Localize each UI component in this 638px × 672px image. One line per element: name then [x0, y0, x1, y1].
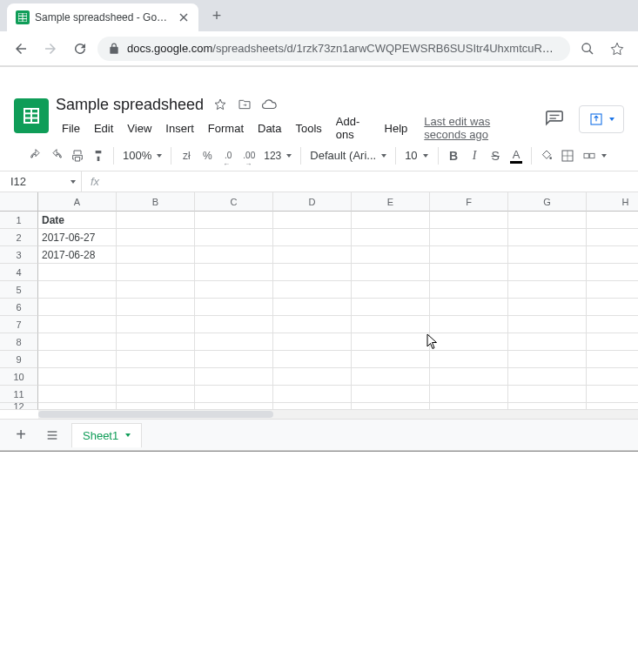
- row-header[interactable]: 5: [0, 281, 38, 299]
- cell[interactable]: [195, 229, 273, 246]
- formula-input[interactable]: [108, 171, 638, 192]
- add-sheet-button[interactable]: +: [9, 423, 33, 447]
- cell[interactable]: [508, 403, 587, 410]
- undo-button[interactable]: [26, 145, 45, 166]
- cell[interactable]: [195, 351, 273, 368]
- cell[interactable]: [352, 316, 430, 333]
- cell[interactable]: [430, 229, 508, 246]
- cell[interactable]: [117, 351, 195, 368]
- name-box[interactable]: I12: [0, 171, 82, 192]
- cell[interactable]: [352, 368, 430, 386]
- column-header[interactable]: E: [352, 192, 430, 212]
- all-sheets-button[interactable]: [40, 423, 64, 447]
- number-format-combo[interactable]: 123: [260, 145, 295, 166]
- percent-button[interactable]: %: [198, 145, 217, 166]
- cell[interactable]: [117, 281, 195, 299]
- cell[interactable]: [117, 299, 195, 316]
- cell[interactable]: [117, 316, 195, 333]
- cell[interactable]: [38, 316, 117, 333]
- cell[interactable]: [195, 403, 273, 410]
- menu-help[interactable]: Help: [379, 119, 414, 138]
- cell[interactable]: [508, 229, 587, 246]
- cell[interactable]: [38, 264, 117, 281]
- cell[interactable]: [195, 333, 273, 351]
- cell[interactable]: [273, 386, 352, 403]
- cell[interactable]: [430, 333, 508, 351]
- menu-tools[interactable]: Tools: [289, 119, 327, 138]
- share-button[interactable]: [579, 105, 624, 133]
- cell[interactable]: [430, 246, 508, 264]
- row-header[interactable]: 2: [0, 229, 38, 246]
- cell[interactable]: [587, 229, 638, 246]
- cell[interactable]: [352, 403, 430, 410]
- cell[interactable]: [273, 299, 352, 316]
- row-header[interactable]: 4: [0, 264, 38, 281]
- decrease-decimal-button[interactable]: .0←: [218, 145, 238, 166]
- cell[interactable]: [195, 386, 273, 403]
- cell[interactable]: [352, 281, 430, 299]
- cell[interactable]: [38, 368, 117, 386]
- cell[interactable]: [117, 264, 195, 281]
- cell[interactable]: [587, 316, 638, 333]
- cell[interactable]: [587, 281, 638, 299]
- cell[interactable]: [38, 351, 117, 368]
- cloud-icon[interactable]: [261, 97, 277, 112]
- doc-title[interactable]: Sample spreadsheed: [56, 96, 204, 114]
- cell[interactable]: [352, 264, 430, 281]
- cell[interactable]: [273, 229, 352, 246]
- row-header[interactable]: 9: [0, 351, 38, 368]
- cell[interactable]: [117, 368, 195, 386]
- cell[interactable]: [430, 403, 508, 410]
- select-all-corner[interactable]: [0, 192, 38, 212]
- sheet-tab[interactable]: Sheet1: [71, 423, 142, 447]
- redo-button[interactable]: [47, 145, 66, 166]
- cell[interactable]: [195, 264, 273, 281]
- cell[interactable]: [352, 299, 430, 316]
- cell[interactable]: [508, 351, 587, 368]
- cell[interactable]: 2017-06-27: [38, 229, 117, 246]
- cell[interactable]: [195, 368, 273, 386]
- cell[interactable]: 2017-06-28: [38, 246, 117, 264]
- menu-view[interactable]: View: [121, 119, 158, 138]
- cell[interactable]: [273, 212, 352, 229]
- menu-data[interactable]: Data: [252, 119, 287, 138]
- font-size-combo[interactable]: 10: [401, 145, 433, 166]
- italic-button[interactable]: I: [465, 145, 484, 166]
- row-header[interactable]: 3: [0, 246, 38, 264]
- print-button[interactable]: [68, 145, 87, 166]
- cell[interactable]: [352, 229, 430, 246]
- cell[interactable]: [352, 351, 430, 368]
- cell[interactable]: [273, 246, 352, 264]
- cell[interactable]: [430, 212, 508, 229]
- text-color-button[interactable]: A: [507, 145, 526, 166]
- cell[interactable]: [273, 368, 352, 386]
- cell[interactable]: [195, 212, 273, 229]
- zoom-combo[interactable]: 100%: [119, 145, 165, 166]
- cell[interactable]: [195, 281, 273, 299]
- cell[interactable]: [117, 246, 195, 264]
- bold-button[interactable]: B: [444, 145, 463, 166]
- comments-button[interactable]: [541, 105, 568, 133]
- cell[interactable]: [587, 386, 638, 403]
- row-header[interactable]: 1: [0, 212, 38, 229]
- cell[interactable]: [273, 264, 352, 281]
- row-header[interactable]: 6: [0, 299, 38, 316]
- reload-button[interactable]: [68, 37, 92, 61]
- menu-edit[interactable]: Edit: [88, 119, 119, 138]
- paint-format-button[interactable]: [89, 145, 108, 166]
- menu-insert[interactable]: Insert: [159, 119, 200, 138]
- cell[interactable]: [117, 229, 195, 246]
- column-header[interactable]: C: [195, 192, 273, 212]
- row-header[interactable]: 10: [0, 368, 38, 386]
- cell[interactable]: [587, 246, 638, 264]
- cell[interactable]: [117, 386, 195, 403]
- cell[interactable]: [430, 351, 508, 368]
- tab-close-icon[interactable]: [178, 11, 190, 24]
- cell[interactable]: [508, 368, 587, 386]
- cell[interactable]: [587, 368, 638, 386]
- cell[interactable]: [273, 281, 352, 299]
- cell[interactable]: [352, 386, 430, 403]
- fill-color-button[interactable]: [537, 145, 556, 166]
- cell[interactable]: [195, 299, 273, 316]
- currency-button[interactable]: zł: [177, 145, 196, 166]
